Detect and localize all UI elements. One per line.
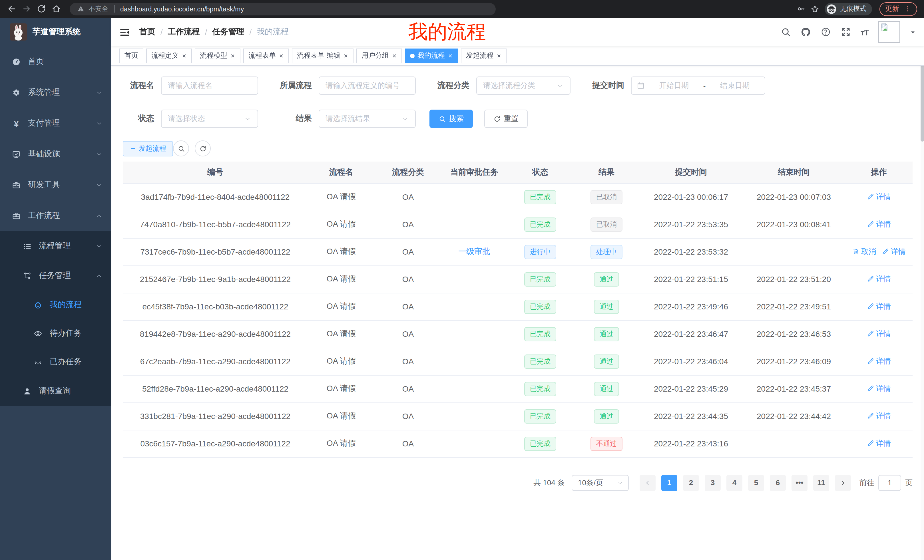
kebab-menu-icon[interactable] [904, 5, 911, 13]
detail-link[interactable]: 详情 [867, 329, 891, 339]
process-definition-input[interactable]: 请输入流程定义的编号 [319, 76, 416, 95]
result-select[interactable]: 请选择流结果 [319, 109, 416, 128]
search-button[interactable]: 搜索 [429, 109, 473, 128]
detail-link[interactable]: 详情 [882, 247, 906, 257]
page-button-3[interactable]: 3 [705, 475, 721, 491]
sidebar-item-5[interactable]: 工作流程 [0, 201, 111, 231]
cell-end-time: 2022-01-22 23:44:42 [742, 403, 845, 430]
more-pages-button[interactable]: ••• [792, 475, 807, 491]
close-icon[interactable]: × [279, 52, 284, 59]
close-icon[interactable]: × [343, 52, 348, 59]
col-header-3: 当前审批任务 [441, 162, 507, 183]
sidebar-item-1[interactable]: 系统管理 [0, 77, 111, 108]
update-button[interactable]: 更新 [879, 2, 917, 16]
tab-1[interactable]: 流程定义× [146, 48, 192, 63]
detail-link[interactable]: 详情 [867, 356, 891, 367]
tab-7[interactable]: 发起流程× [461, 48, 507, 63]
breadcrumb-item-2[interactable]: 任务管理 [213, 27, 244, 37]
sidebar-item-3[interactable]: 基础设施 [0, 139, 111, 169]
key-icon[interactable] [796, 4, 805, 13]
tab-2[interactable]: 流程模型× [195, 48, 240, 63]
page-button-2[interactable]: 2 [683, 475, 699, 491]
sidebar-item-2[interactable]: ¥支付管理 [0, 108, 111, 139]
sidebar-item-4[interactable]: 研发工具 [0, 169, 111, 201]
app-logo-row[interactable]: 芋道管理系统 [0, 18, 111, 46]
process-name-input[interactable]: 请输入流程名 [161, 76, 258, 95]
sidebar-item-label: 流程管理 [39, 241, 71, 251]
font-size-icon[interactable]: TT [861, 27, 868, 37]
sidebar-item-10[interactable]: 已办任务 [0, 347, 111, 376]
detail-link[interactable]: 详情 [867, 192, 891, 202]
back-icon[interactable] [7, 4, 16, 14]
task-link[interactable]: 一级审批 [458, 247, 490, 256]
cancel-link[interactable]: 取消 [852, 247, 876, 257]
forward-icon[interactable] [22, 4, 32, 14]
close-icon[interactable]: × [496, 52, 501, 59]
create-process-button[interactable]: 发起流程 [123, 141, 173, 156]
star-icon[interactable] [810, 4, 819, 13]
tags-view: 首页流程定义×流程模型×流程表单×流程表单-编辑×用户分组×我的流程×发起流程× [111, 46, 924, 66]
cell-status: 已完成 [507, 430, 573, 457]
fullscreen-icon[interactable] [841, 27, 851, 37]
reset-button[interactable]: 重置 [484, 109, 528, 128]
submit-time-range[interactable]: 开始日期-结束日期 [631, 76, 765, 95]
close-icon[interactable]: × [448, 52, 453, 59]
cell-category: OA [375, 293, 441, 320]
tab-5[interactable]: 用户分组× [356, 48, 402, 63]
update-label[interactable]: 更新 [885, 4, 899, 14]
breadcrumb-item-1[interactable]: 工作流程 [168, 27, 200, 37]
page-button-11[interactable]: 11 [813, 475, 829, 491]
sidebar-fold-icon[interactable] [119, 27, 130, 37]
sidebar-item-0[interactable]: 首页 [0, 46, 111, 77]
status-select[interactable]: 请选择状态 [161, 109, 258, 128]
help-icon[interactable] [820, 27, 831, 37]
reload-icon[interactable] [36, 4, 46, 14]
toggle-search-button[interactable] [173, 141, 189, 156]
sidebar-item-9[interactable]: 待办任务 [0, 319, 111, 347]
tab-4[interactable]: 流程表单-编辑× [292, 48, 354, 63]
cell-name: OA 请假 [308, 347, 375, 375]
scrollbar[interactable] [921, 18, 924, 560]
cell-end-time [742, 238, 845, 265]
tab-6[interactable]: 我的流程× [405, 48, 458, 63]
close-icon[interactable]: × [182, 52, 187, 59]
chevron-down-icon [95, 150, 103, 158]
page-button-5[interactable]: 5 [748, 475, 764, 491]
avatar[interactable] [878, 21, 900, 43]
tab-3[interactable]: 流程表单× [243, 48, 289, 63]
cell-status: 已完成 [507, 320, 573, 347]
detail-link[interactable]: 详情 [867, 439, 891, 449]
goto-page-input[interactable] [878, 475, 901, 491]
cell-name: OA 请假 [308, 211, 375, 238]
home-icon[interactable] [51, 4, 61, 14]
address-bar[interactable]: 不安全 dashboard.yudao.iocoder.cn/bpm/task/… [70, 3, 496, 15]
sidebar-item-7[interactable]: 任务管理 [0, 261, 111, 290]
close-icon[interactable]: × [392, 52, 397, 59]
detail-link[interactable]: 详情 [867, 411, 891, 421]
sidebar-item-6[interactable]: 流程管理 [0, 231, 111, 261]
page-size-select[interactable]: 10条/页 [572, 475, 629, 491]
page-button-4[interactable]: 4 [726, 475, 742, 491]
tab-0[interactable]: 首页 [119, 48, 143, 63]
breadcrumb-item-0[interactable]: 首页 [140, 27, 155, 37]
detail-link[interactable]: 详情 [867, 383, 891, 394]
detail-link[interactable]: 详情 [867, 301, 891, 312]
url-text[interactable]: dashboard.yudao.iocoder.cn/bpm/task/my [120, 5, 244, 12]
refresh-table-button[interactable] [195, 141, 211, 156]
detail-link[interactable]: 详情 [867, 274, 891, 284]
next-page-button[interactable] [835, 475, 851, 491]
search-icon[interactable] [781, 27, 791, 37]
sidebar-item-8[interactable]: 我的流程 [0, 290, 111, 319]
prev-page-button[interactable] [640, 475, 656, 491]
page-button-1[interactable]: 1 [661, 475, 677, 491]
close-icon[interactable]: × [230, 52, 235, 59]
security-label[interactable]: 不安全 [88, 4, 108, 13]
chevron-down-icon[interactable] [910, 29, 916, 35]
process-category-select[interactable]: 请选择流程分类 [476, 76, 570, 95]
page-button-6[interactable]: 6 [770, 475, 786, 491]
tab-label: 我的流程 [417, 51, 445, 60]
edit-icon [867, 440, 874, 447]
sidebar-item-11[interactable]: 请假查询 [0, 376, 111, 406]
detail-link[interactable]: 详情 [867, 219, 891, 229]
github-icon[interactable] [801, 27, 811, 37]
